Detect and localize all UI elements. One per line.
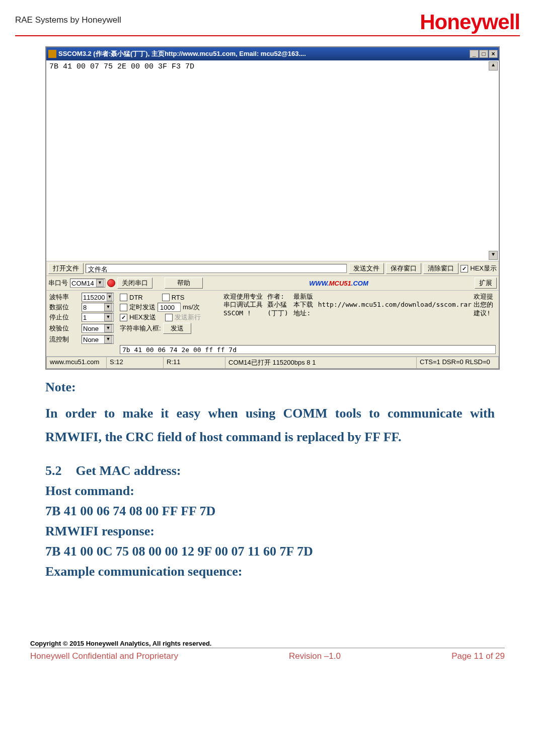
interval-unit: ms/次 bbox=[183, 303, 200, 312]
dtr-checkbox[interactable] bbox=[120, 294, 127, 301]
close-port-button[interactable]: 关闭串口 bbox=[117, 278, 152, 289]
parity-select[interactable]: None▼ bbox=[82, 324, 114, 333]
page-header: RAE Systems by Honeywell Honeywell bbox=[15, 10, 520, 36]
footer-left: Honeywell Confidential and Proprietary bbox=[30, 651, 178, 661]
settings-panel: 波特率 115200▼ DTR RTS 欢迎使用专业串口调试工具SSCOM ! … bbox=[46, 290, 499, 356]
send-newline-checkbox bbox=[165, 314, 173, 321]
example-label: Example communication sequence: bbox=[45, 564, 495, 579]
dtr-label: DTR bbox=[129, 294, 143, 301]
port-select[interactable]: COM14 ▼ bbox=[70, 279, 105, 288]
timed-send-label: 定时发送 bbox=[129, 303, 156, 312]
baud-label: 波特率 bbox=[49, 293, 69, 302]
chevron-down-icon[interactable]: ▼ bbox=[104, 303, 112, 311]
host-command-label: Host command: bbox=[45, 484, 495, 499]
copyright-text: Copyright © 2015 Honeywell Analytics, Al… bbox=[30, 640, 505, 648]
data-label: 数据位 bbox=[49, 303, 69, 312]
honeywell-logo: Honeywell bbox=[420, 10, 520, 34]
status-bar: www.mcu51.com S:12 R:11 COM14已打开 115200b… bbox=[46, 356, 499, 369]
titlebar[interactable]: SSCOM3.2 (作者:聂小猛(丁丁), 主页http://www.mcu51… bbox=[46, 47, 499, 60]
send-newline-label: 发送新行 bbox=[175, 313, 201, 322]
console-text: 7B 41 00 07 75 2E 00 00 3F F3 7D bbox=[49, 62, 194, 71]
flow-select[interactable]: None▼ bbox=[82, 335, 114, 344]
chevron-down-icon[interactable]: ▼ bbox=[96, 279, 104, 287]
close-button[interactable]: × bbox=[489, 50, 498, 58]
port-row: 串口号 COM14 ▼ 关闭串口 帮助 WWW.MCU51.COM 扩展 bbox=[46, 276, 499, 290]
hex-input[interactable]: 7b 41 00 06 74 2e 00 ff ff 7d bbox=[120, 345, 496, 354]
section-number: 5.2 bbox=[45, 463, 62, 478]
chevron-down-icon[interactable]: ▼ bbox=[104, 324, 112, 332]
rts-label: RTS bbox=[172, 294, 185, 301]
baud-select[interactable]: 115200▼ bbox=[82, 293, 114, 302]
section-title: Get MAC address: bbox=[76, 463, 181, 478]
timed-send-checkbox[interactable] bbox=[120, 304, 127, 311]
maximize-button[interactable]: □ bbox=[479, 50, 488, 58]
window-title: SSCOM3.2 (作者:聂小猛(丁丁), 主页http://www.mcu51… bbox=[58, 49, 306, 58]
info-text: 欢迎使用专业串口调试工具SSCOM ! 作者: 聂小猛(丁丁) 最新版本下载地址… bbox=[223, 293, 496, 317]
host-command-value: 7B 41 00 06 74 08 00 FF FF 7D bbox=[45, 504, 495, 519]
note-body: In order to make it easy when using COMM… bbox=[45, 402, 495, 449]
hex-send-checkbox[interactable]: ✓ bbox=[120, 314, 127, 321]
stop-select[interactable]: 1▼ bbox=[82, 313, 114, 322]
send-button[interactable]: 发送 bbox=[163, 323, 191, 334]
save-window-button[interactable]: 保存窗口 bbox=[386, 263, 421, 274]
port-no-label: 串口号 bbox=[48, 279, 68, 288]
hex-display-checkbox[interactable]: ✓ bbox=[461, 265, 468, 272]
document-body: Note: In order to make it easy when usin… bbox=[15, 380, 520, 579]
parity-label: 校验位 bbox=[49, 324, 69, 333]
hex-display-label: HEX显示 bbox=[470, 264, 497, 273]
minimize-button[interactable]: _ bbox=[470, 50, 479, 58]
help-button[interactable]: 帮助 bbox=[165, 278, 203, 289]
note-heading: Note: bbox=[45, 380, 495, 395]
send-file-button[interactable]: 发送文件 bbox=[349, 263, 384, 274]
scroll-up-icon[interactable]: ▲ bbox=[489, 61, 498, 71]
flow-label: 流控制 bbox=[49, 335, 69, 344]
interval-input[interactable]: 1000 bbox=[158, 303, 181, 312]
filename-input[interactable]: 文件名 bbox=[86, 264, 347, 273]
data-select[interactable]: 8▼ bbox=[82, 303, 114, 312]
page-footer: Copyright © 2015 Honeywell Analytics, Al… bbox=[15, 640, 520, 661]
open-file-button[interactable]: 打开文件 bbox=[48, 263, 84, 274]
response-value: 7B 41 00 0C 75 08 00 00 12 9F 00 07 11 6… bbox=[45, 544, 495, 559]
status-recv: R:11 bbox=[164, 357, 225, 369]
chevron-down-icon[interactable]: ▼ bbox=[104, 313, 112, 321]
scroll-down-icon[interactable]: ▼ bbox=[489, 251, 498, 260]
section-heading: 5.2Get MAC address: bbox=[45, 463, 495, 478]
hex-send-label: HEX发送 bbox=[129, 313, 156, 322]
chevron-down-icon[interactable]: ▼ bbox=[104, 335, 112, 343]
status-com: COM14已打开 115200bps 8 1 bbox=[225, 357, 417, 369]
status-site: www.mcu51.com bbox=[46, 357, 107, 369]
status-sent: S:12 bbox=[107, 357, 164, 369]
footer-right: Page 11 of 29 bbox=[451, 651, 505, 661]
sscom-window: SSCOM3.2 (作者:聂小猛(丁丁), 主页http://www.mcu51… bbox=[45, 46, 500, 370]
file-row: 打开文件 文件名 发送文件 保存窗口 清除窗口 ✓ HEX显示 bbox=[46, 261, 499, 276]
stop-label: 停止位 bbox=[49, 313, 69, 322]
expand-button[interactable]: 扩展 bbox=[475, 278, 497, 289]
footer-mid: Revision –1.0 bbox=[289, 651, 341, 661]
rts-checkbox[interactable] bbox=[162, 294, 170, 301]
clear-window-button[interactable]: 清除窗口 bbox=[423, 263, 458, 274]
string-input-label: 字符串输入框: bbox=[120, 324, 161, 333]
status-cts: CTS=1 DSR=0 RLSD=0 bbox=[417, 357, 499, 369]
console-output[interactable]: 7B 41 00 07 75 2E 00 00 3F F3 7D ▲ ▼ bbox=[46, 60, 499, 261]
chevron-down-icon[interactable]: ▼ bbox=[107, 293, 112, 301]
response-label: RMWIFI response: bbox=[45, 524, 495, 539]
header-company: RAE Systems by Honeywell bbox=[15, 10, 121, 25]
record-icon[interactable] bbox=[107, 279, 115, 287]
app-icon bbox=[48, 50, 56, 58]
mcu51-link[interactable]: WWW.MCU51.COM bbox=[205, 280, 473, 287]
